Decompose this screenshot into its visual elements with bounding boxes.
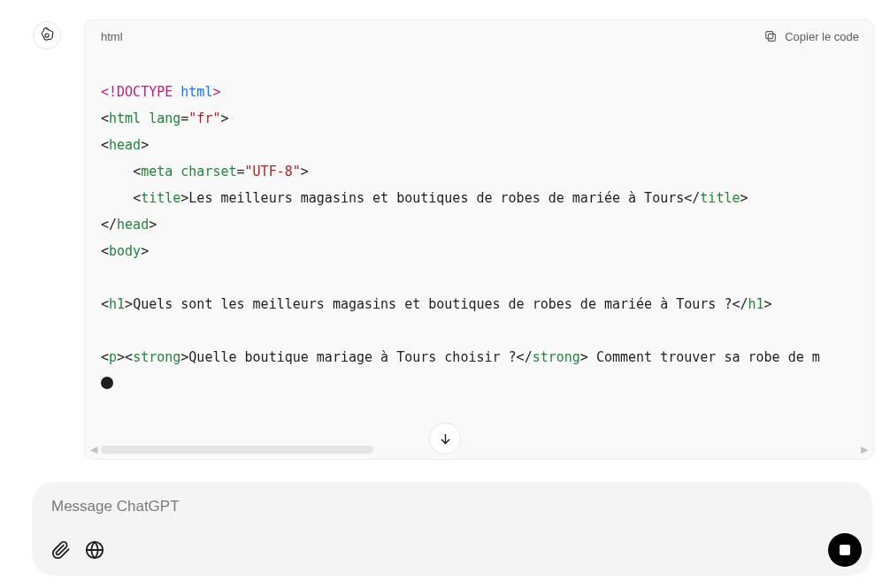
code-token: [173, 84, 180, 100]
code-token: <: [101, 349, 109, 365]
code-token: lang: [149, 111, 180, 126]
code-token: >: [764, 296, 772, 312]
horizontal-scrollbar[interactable]: [101, 446, 373, 454]
code-token: >: [180, 349, 188, 365]
globe-icon: [85, 540, 104, 560]
code-body[interactable]: <!DOCTYPE html> <html lang="fr"> <head> …: [85, 49, 873, 459]
code-token: h1: [748, 296, 764, 312]
code-token: >: [125, 296, 133, 312]
code-token: html: [180, 84, 212, 100]
code-token: =: [237, 164, 245, 179]
code-token: "UTF-8": [245, 164, 301, 179]
arrow-down-icon: [438, 431, 453, 447]
code-token: <: [101, 243, 109, 259]
code-token: >: [301, 164, 309, 179]
composer-actions: [51, 540, 853, 563]
svg-point-0: [45, 34, 49, 37]
code-token: [173, 164, 180, 179]
attach-button[interactable]: [51, 540, 71, 563]
code-token: </: [732, 296, 748, 312]
code-token: Quels sont les meilleurs magasins et bou…: [133, 296, 732, 312]
code-token: charset: [180, 164, 236, 179]
code-token: Quelle boutique mariage à Tours choisir …: [188, 349, 516, 365]
code-token: <: [133, 164, 141, 179]
code-token: Les meilleurs magasins et boutiques de r…: [188, 190, 684, 206]
code-token: <: [133, 190, 141, 206]
code-token: title: [141, 190, 180, 206]
code-token: DOCTYPE: [117, 84, 173, 100]
code-token: head: [109, 137, 141, 153]
code-token: head: [117, 217, 149, 233]
copy-code-button[interactable]: Copier le code: [763, 29, 859, 43]
code-token: "fr": [188, 111, 220, 126]
code-token: h1: [109, 296, 125, 312]
code-token: >: [141, 137, 149, 153]
code-token: >: [141, 243, 149, 259]
code-token: p: [109, 349, 117, 365]
code-token: meta: [141, 164, 173, 179]
code-token: <: [101, 137, 109, 153]
paperclip-icon: [51, 540, 71, 560]
code-token: </: [517, 349, 533, 365]
code-block: html Copier le code <!DOCTYPE html> <htm…: [84, 19, 874, 460]
code-token: >: [180, 190, 188, 206]
scrollbar-arrow-left-icon[interactable]: ◀: [90, 444, 97, 455]
web-button[interactable]: [85, 540, 104, 563]
code-token: =: [180, 111, 188, 126]
scrollbar-arrow-right-icon[interactable]: ▶: [861, 444, 868, 455]
scroll-to-bottom-button[interactable]: [429, 423, 461, 454]
code-token: html: [109, 111, 141, 126]
composer-placeholder: Message ChatGPT: [51, 498, 853, 515]
code-token: </: [101, 217, 117, 233]
code-token: <: [101, 296, 109, 312]
code-token: >: [580, 349, 588, 365]
code-token: strong: [533, 349, 580, 365]
assistant-avatar: [33, 21, 61, 50]
code-token: Comment trouver sa robe de m: [588, 349, 820, 365]
main-area: html Copier le code <!DOCTYPE html> <htm…: [0, 0, 890, 460]
code-token: title: [700, 190, 740, 206]
copy-code-label: Copier le code: [785, 30, 859, 43]
code-token: >: [149, 217, 157, 233]
copy-icon: [763, 29, 778, 43]
svg-rect-2: [766, 32, 773, 39]
svg-rect-1: [769, 34, 776, 41]
code-token: <!: [101, 84, 117, 100]
code-token: >: [220, 111, 228, 126]
streaming-cursor-icon: [101, 377, 113, 389]
avatar-column: [0, 0, 84, 50]
code-token: body: [109, 243, 141, 259]
code-lang-label: html: [101, 30, 123, 43]
code-token: <: [101, 111, 109, 126]
openai-logo-icon: [39, 27, 55, 43]
code-token: [141, 111, 149, 126]
code-token: ><: [117, 349, 133, 365]
code-token: strong: [133, 349, 180, 365]
code-block-header: html Copier le code: [85, 20, 873, 49]
code-token: >: [212, 84, 220, 100]
stop-icon: [840, 545, 850, 555]
code-token: </: [684, 190, 700, 206]
message-composer[interactable]: Message ChatGPT: [32, 482, 872, 576]
stop-generating-button[interactable]: [828, 533, 862, 567]
code-token: >: [740, 190, 748, 206]
